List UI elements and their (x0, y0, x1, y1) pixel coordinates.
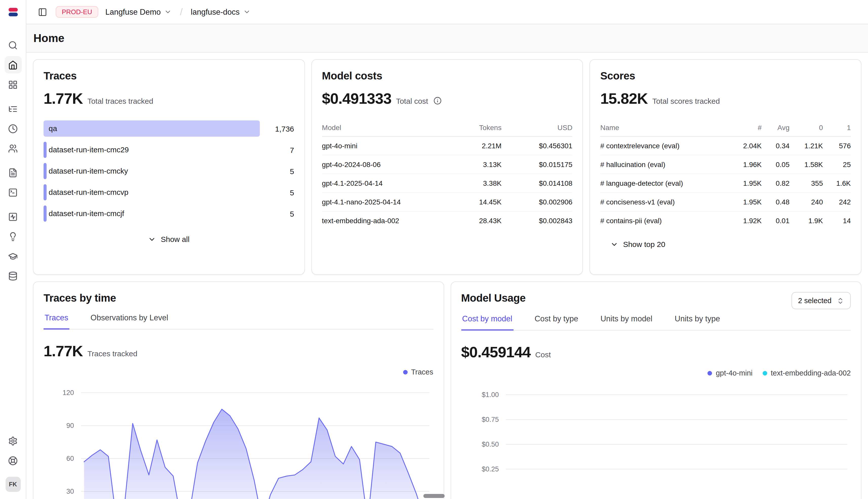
user-avatar[interactable]: FK (5, 477, 21, 492)
model-usage-chart: $1.00$0.75$0.50$0.25 (461, 382, 851, 499)
trace-count: 5 (265, 209, 294, 218)
column-header: USD (502, 119, 572, 136)
model-usage-tabs: Cost by model Cost by type Units by mode… (461, 314, 851, 330)
table-row[interactable]: gpt-4o-2024-08-063.13K$0.015175 (322, 155, 572, 174)
card-title: Scores (601, 70, 851, 82)
chevron-down-icon (610, 240, 619, 248)
tab-cost-by-type[interactable]: Cost by type (534, 314, 579, 330)
table-row[interactable]: # conciseness-v1 (eval)1.95K0.48240242 (601, 193, 851, 211)
show-top-20-button[interactable]: Show top 20 (606, 237, 669, 252)
datasets-icon (8, 271, 18, 281)
chevron-down-icon (148, 235, 156, 243)
show-all-button[interactable]: Show all (144, 232, 193, 246)
org-switcher[interactable]: Langfuse Demo (103, 5, 174, 19)
project-switcher[interactable]: langfuse-docs (189, 5, 253, 19)
scores-table: Name#Avg01 # contextrelevance (eval)2.04… (601, 119, 851, 230)
legend-item: Traces (403, 368, 433, 376)
model-filter-select[interactable]: 2 selected (792, 292, 851, 309)
sidebar-item-datasets[interactable] (4, 267, 22, 284)
model-usage-metric-label: Cost (535, 350, 551, 359)
sidebar-item-tracing[interactable] (4, 100, 22, 118)
sidebar-item-playground[interactable] (4, 184, 22, 201)
trace-name: qa (44, 124, 57, 133)
topbar: PROD-EU Langfuse Demo / langfuse-docs (26, 0, 868, 24)
sidebar-bottom: FK (4, 432, 22, 492)
legend-dot (708, 371, 712, 375)
tab-traces[interactable]: Traces (44, 313, 69, 329)
sidebar-item-search[interactable] (4, 36, 22, 54)
page-title: Home (33, 32, 64, 45)
chart-legend: Traces (44, 368, 433, 376)
table-row[interactable]: gpt-4.1-nano-2025-04-1414.45K$0.002906 (322, 193, 572, 211)
legend-dot (403, 370, 407, 374)
playground-icon (8, 187, 18, 197)
bottom-cards-row: Traces by time Traces Observations by Le… (33, 281, 861, 499)
info-icon[interactable] (434, 97, 442, 105)
sidebar-item-insights[interactable] (4, 228, 22, 245)
column-header: Name (601, 119, 726, 136)
prompts-icon (8, 168, 18, 178)
environment-badge[interactable]: PROD-EU (56, 6, 98, 18)
traces-bar-list: qa1,736dataset-run-item-cmc297dataset-ru… (44, 120, 294, 222)
tab-units-by-type[interactable]: Units by type (674, 314, 721, 330)
users-icon (8, 144, 18, 153)
trace-count: 7 (265, 146, 294, 154)
sidebar-toggle-button[interactable] (34, 4, 51, 20)
table-row[interactable]: # hallucination (eval)1.96K0.051.58K25 (601, 155, 851, 174)
sidebar-item-sessions[interactable] (4, 120, 22, 137)
table-row[interactable]: gpt-4.1-2025-04-143.38K$0.014108 (322, 174, 572, 193)
panel-left-icon (38, 7, 47, 16)
sidebar-item-support[interactable] (4, 452, 22, 469)
chevrons-up-down-icon (836, 297, 844, 304)
sidebar-item-home[interactable] (4, 56, 22, 73)
trace-bar-row[interactable]: dataset-run-item-cmcvp5 (44, 184, 294, 200)
svg-text:$0.75: $0.75 (481, 416, 499, 423)
trace-bar-row[interactable]: dataset-run-item-cmc297 (44, 142, 294, 158)
trace-name: dataset-run-item-cmcvp (44, 188, 128, 196)
sidebar-item-evaluation[interactable] (4, 208, 22, 225)
column-header: 1 (823, 119, 851, 136)
trace-bar-row[interactable]: dataset-run-item-cmcky5 (44, 163, 294, 179)
horizontal-scrollbar-thumb[interactable] (423, 494, 445, 498)
dashboards-icon (8, 80, 18, 89)
table-row[interactable]: gpt-4o-mini2.21M$0.456301 (322, 136, 572, 155)
tracing-icon (8, 104, 18, 114)
sidebar-item-dashboards[interactable] (4, 76, 22, 93)
model-costs-metric-label: Total cost (396, 97, 428, 105)
tab-cost-by-model[interactable]: Cost by model (461, 314, 513, 330)
column-header: 0 (789, 119, 823, 136)
model-costs-table: ModelTokensUSD gpt-4o-mini2.21M$0.456301… (322, 119, 572, 230)
traces-by-time-metric: 1.77K (44, 343, 83, 360)
top-cards-row: Traces 1.77K Total traces tracked qa1,73… (33, 59, 861, 275)
table-row[interactable]: # contains-pii (eval)1.92K0.011.9K14 (601, 211, 851, 230)
trace-bar-row[interactable]: qa1,736 (44, 120, 294, 137)
trace-count: 5 (265, 167, 294, 175)
main-column: PROD-EU Langfuse Demo / langfuse-docs Ho… (26, 0, 868, 499)
scores-metric-label: Total scores tracked (652, 97, 720, 105)
trace-name: dataset-run-item-cmc29 (44, 145, 129, 154)
svg-text:60: 60 (66, 455, 74, 462)
card-title: Traces (44, 70, 294, 82)
model-costs-metric: $0.491333 (322, 90, 391, 107)
tab-observations-by-level[interactable]: Observations by Level (90, 313, 169, 329)
breadcrumb-separator: / (179, 6, 184, 17)
sidebar-item-prompts[interactable] (4, 164, 22, 181)
table-row[interactable]: # contextrelevance (eval)2.04K0.341.21K5… (601, 136, 851, 155)
sidebar-item-annotation[interactable] (4, 247, 22, 265)
model-usage-card: Model Usage 2 selected Cost by model Cos… (450, 281, 861, 499)
table-row[interactable]: # language-detector (eval)1.95K0.823551.… (601, 174, 851, 193)
tab-units-by-model[interactable]: Units by model (599, 314, 653, 330)
svg-text:$0.25: $0.25 (481, 465, 499, 473)
column-header: # (726, 119, 762, 136)
page-header: Home (26, 24, 868, 53)
trace-bar-row[interactable]: dataset-run-item-cmcjf5 (44, 206, 294, 222)
sidebar: FK (0, 0, 26, 499)
sidebar-item-settings[interactable] (4, 432, 22, 449)
sidebar-nav (4, 36, 22, 292)
langfuse-logo[interactable] (6, 5, 20, 19)
column-header: Avg (762, 119, 789, 136)
support-icon (8, 456, 18, 465)
sidebar-item-users[interactable] (4, 140, 22, 157)
dashboard-content: Traces 1.77K Total traces tracked qa1,73… (26, 53, 868, 499)
table-row[interactable]: text-embedding-ada-00228.43K$0.002843 (322, 211, 572, 230)
